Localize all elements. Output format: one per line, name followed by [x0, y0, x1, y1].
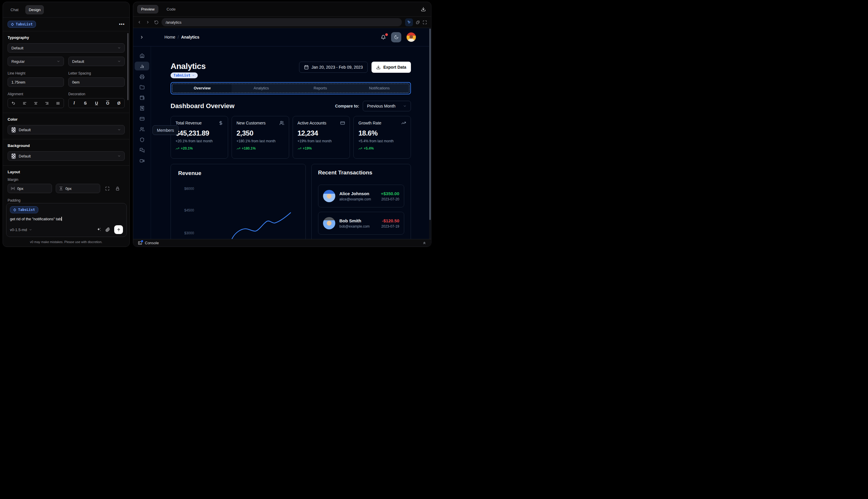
tab-code[interactable]: Code — [163, 5, 179, 13]
letter-spacing-input[interactable] — [72, 80, 121, 84]
console-expand-button[interactable] — [422, 241, 426, 245]
selected-element-badge[interactable]: TabsList — [171, 72, 198, 78]
credit-card-icon — [340, 121, 345, 125]
decoration-group: I S U O Ø — [69, 98, 125, 108]
transaction-name: Bob Smith — [339, 218, 370, 223]
overline-button[interactable]: O — [104, 99, 112, 107]
margin-y-input[interactable] — [65, 186, 82, 191]
rail-billing-item[interactable] — [139, 115, 145, 122]
reset-alignment-button[interactable] — [10, 99, 17, 107]
messages-icon — [140, 148, 145, 153]
rail-home-item[interactable] — [139, 52, 145, 59]
rail-messages-item[interactable] — [139, 147, 145, 154]
select-element-button[interactable] — [405, 19, 413, 26]
theme-toggle-button[interactable] — [391, 32, 401, 42]
wallet-icon — [140, 95, 145, 100]
notifications-button[interactable] — [381, 35, 386, 40]
stat-delta: +20.1% — [181, 146, 193, 150]
copy-icon — [416, 20, 420, 25]
font-weight-select[interactable]: Regular — [8, 57, 64, 66]
transactions-title: Recent Transactions — [318, 169, 404, 176]
breadcrumb-current: Analytics — [181, 35, 199, 39]
user-avatar[interactable] — [407, 33, 416, 42]
rail-members-item[interactable] — [139, 126, 145, 132]
line-height-input[interactable] — [11, 80, 60, 84]
margin-lock-button[interactable] — [114, 185, 121, 192]
stat-value: 2,350 — [237, 129, 284, 137]
rail-receipt-item[interactable] — [139, 105, 145, 111]
trending-up-icon — [237, 147, 240, 150]
italic-button[interactable]: I — [70, 99, 78, 107]
copy-button[interactable] — [416, 20, 420, 25]
compare-select[interactable]: Previous Month — [363, 101, 411, 111]
composer-component-chip[interactable]: TabsList — [10, 206, 38, 213]
export-data-button[interactable]: Export Data — [372, 62, 411, 73]
tab-notifications[interactable]: Notifications — [350, 84, 409, 92]
chevron-right-icon — [140, 35, 144, 39]
design-panel-scrollbar[interactable] — [127, 33, 128, 100]
tab-overview[interactable]: Overview — [173, 84, 232, 92]
color-select[interactable]: Default — [8, 125, 125, 134]
model-select[interactable]: v0-1.5-md — [10, 228, 32, 232]
refresh-button[interactable] — [153, 19, 160, 25]
align-right-button[interactable] — [43, 99, 51, 107]
margin-x-input[interactable] — [17, 186, 34, 191]
align-center-button[interactable] — [32, 99, 39, 107]
rail-folder-item[interactable] — [139, 84, 145, 90]
transaction-row-alice[interactable]: Alice Johnson alice@example.com +$350.00… — [318, 185, 404, 207]
design-panel: Chat Design TabsList ••• Typography Defa… — [3, 2, 130, 247]
users-icon — [280, 121, 284, 125]
stat-subtext: +20.1% from last month — [175, 139, 223, 143]
date-range-picker[interactable]: Jan 20, 2023 - Feb 09, 2023 — [299, 62, 368, 73]
sidebar-expand-button[interactable] — [140, 35, 144, 39]
breadcrumb: Home / Analytics — [164, 35, 199, 39]
forward-button[interactable] — [145, 19, 151, 25]
download-button[interactable] — [421, 7, 427, 12]
rail-wallet-item[interactable] — [139, 94, 145, 101]
rail-video-item[interactable] — [139, 157, 145, 164]
send-button[interactable] — [114, 225, 123, 234]
strikethrough-button[interactable]: S — [82, 99, 89, 107]
url-input[interactable] — [162, 18, 402, 26]
fullscreen-button[interactable] — [423, 20, 427, 25]
background-select[interactable]: Default — [8, 151, 125, 161]
section-heading: Dashboard Overview — [171, 102, 235, 110]
font-select[interactable]: Default — [8, 43, 125, 52]
tab-analytics[interactable]: Analytics — [232, 84, 290, 92]
tab-preview[interactable]: Preview — [137, 5, 158, 13]
prompt-composer[interactable]: TabsList get rid of the "notifications" … — [6, 203, 127, 237]
download-icon — [376, 65, 381, 70]
enhance-prompt-button[interactable] — [97, 227, 101, 232]
moon-icon — [394, 35, 399, 39]
tab-design[interactable]: Design — [25, 5, 44, 14]
underline-button[interactable]: U — [92, 99, 100, 107]
font-size-select[interactable]: Default — [69, 57, 125, 66]
back-button[interactable] — [136, 19, 142, 25]
preview-scrollbar-thumb[interactable] — [429, 29, 431, 220]
attach-file-button[interactable] — [106, 227, 110, 232]
stat-value: 18.6% — [358, 129, 406, 137]
rail-printer-item[interactable] — [139, 73, 145, 80]
overline-icon: O — [106, 101, 109, 106]
rail-security-item[interactable] — [139, 136, 145, 143]
align-left-button[interactable] — [21, 99, 28, 107]
tab-chat[interactable]: Chat — [8, 5, 21, 14]
stat-subtext: +180.1% from last month — [237, 139, 284, 143]
selected-component-chip[interactable]: TabsList — [8, 21, 36, 28]
breadcrumb-home[interactable]: Home — [164, 35, 175, 39]
console-bar[interactable]: Console — [133, 239, 431, 246]
rail-analytics-item[interactable] — [135, 62, 149, 70]
margin-expand-button[interactable] — [104, 185, 110, 192]
tab-reports[interactable]: Reports — [291, 84, 350, 92]
more-options-button[interactable]: ••• — [119, 23, 125, 26]
prompt-text[interactable]: get rid of the "notifications" tab — [10, 217, 123, 221]
stat-value: 12,234 — [298, 129, 345, 137]
trending-up-icon — [401, 121, 406, 125]
align-justify-button[interactable] — [54, 99, 62, 107]
transaction-row-bob[interactable]: Bob Smith bob@example.com -$120.50 2023-… — [318, 212, 404, 235]
home-icon — [140, 53, 145, 58]
no-decoration-button[interactable]: Ø — [115, 99, 123, 107]
preview-scrollbar-track[interactable] — [429, 28, 431, 239]
chevron-left-icon — [137, 20, 141, 24]
rendered-app: Home / Analytics — [133, 28, 431, 246]
